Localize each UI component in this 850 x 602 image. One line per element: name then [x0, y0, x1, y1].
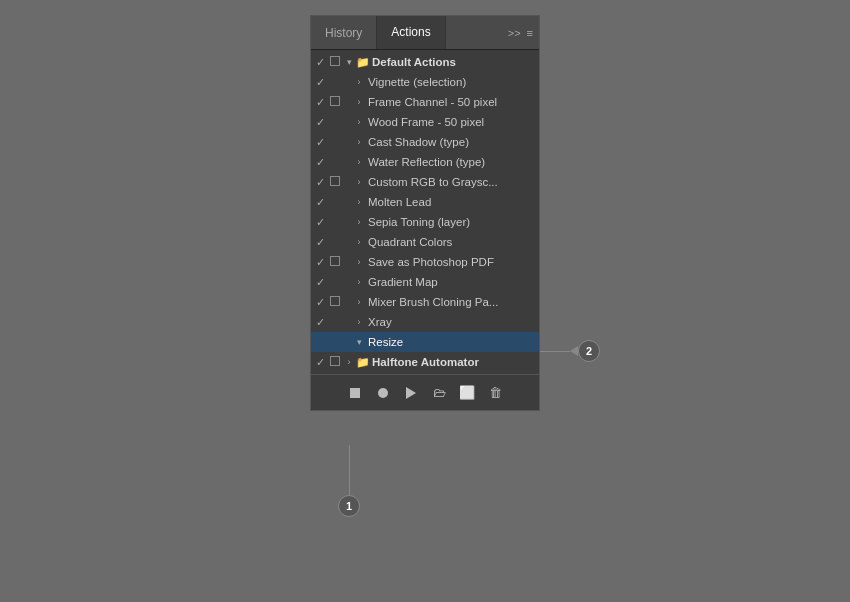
- annotation-2-group: 2: [540, 340, 600, 362]
- action-dialog: [328, 335, 342, 349]
- arrow-line: [540, 351, 570, 352]
- action-expand[interactable]: ▾: [342, 57, 356, 67]
- history-tab-label: History: [325, 26, 362, 40]
- record-button[interactable]: [374, 384, 392, 402]
- action-row[interactable]: ✓›Cast Shadow (type): [311, 132, 539, 152]
- delete-icon: 🗑: [489, 385, 502, 400]
- delete-button[interactable]: 🗑: [486, 384, 504, 402]
- action-expand[interactable]: ›: [352, 317, 366, 327]
- action-expand[interactable]: ›: [352, 77, 366, 87]
- action-row[interactable]: ✓▾📁Default Actions: [311, 52, 539, 72]
- annotation-2-arrow: [540, 346, 578, 356]
- action-row[interactable]: ✓›Vignette (selection): [311, 72, 539, 92]
- annotation-1-line: [349, 445, 350, 495]
- action-check: ✓: [313, 96, 327, 109]
- action-name: Gradient Map: [366, 276, 537, 288]
- action-dialog: [328, 355, 342, 369]
- action-row[interactable]: ✓›Sepia Toning (layer): [311, 212, 539, 232]
- action-dialog: [328, 135, 342, 149]
- actions-toolbar: 🗁 ⬜ 🗑: [311, 374, 539, 410]
- action-check: ✓: [313, 216, 327, 229]
- action-expand[interactable]: ›: [352, 297, 366, 307]
- action-row[interactable]: ✓›Mixer Brush Cloning Pa...: [311, 292, 539, 312]
- action-name: Wood Frame - 50 pixel: [366, 116, 537, 128]
- action-name: Halftone Automator: [370, 356, 537, 368]
- action-check: ✓: [313, 296, 327, 309]
- annotation-1-label: 1: [346, 500, 352, 512]
- action-expand[interactable]: ›: [352, 177, 366, 187]
- action-row[interactable]: ✓›Molten Lead: [311, 192, 539, 212]
- action-expand[interactable]: ›: [352, 197, 366, 207]
- action-row[interactable]: ✓›Water Reflection (type): [311, 152, 539, 172]
- stop-icon: [350, 388, 360, 398]
- action-dialog: [328, 195, 342, 209]
- arrow-head: [570, 346, 578, 356]
- action-dialog: [328, 175, 342, 189]
- action-check: ✓: [313, 76, 327, 89]
- tab-actions[interactable]: Actions: [377, 16, 445, 49]
- action-expand[interactable]: ›: [342, 357, 356, 367]
- action-dialog: [328, 115, 342, 129]
- record-icon: [378, 388, 388, 398]
- tab-icon-group: >> ≡: [502, 27, 539, 39]
- action-name: Quadrant Colors: [366, 236, 537, 248]
- tab-history[interactable]: History: [311, 16, 377, 49]
- action-name: Save as Photoshop PDF: [366, 256, 537, 268]
- action-check: ✓: [313, 56, 327, 69]
- action-check: ✓: [313, 116, 327, 129]
- action-list: ✓▾📁Default Actions✓›Vignette (selection)…: [311, 50, 539, 374]
- action-row[interactable]: ✓›Wood Frame - 50 pixel: [311, 112, 539, 132]
- action-check: ✓: [313, 236, 327, 249]
- annotation-2-circle: 2: [578, 340, 600, 362]
- action-dialog: [328, 315, 342, 329]
- action-name: Mixer Brush Cloning Pa...: [366, 296, 537, 308]
- action-name: Resize: [366, 336, 537, 348]
- action-row[interactable]: ✓›Quadrant Colors: [311, 232, 539, 252]
- action-dialog: [328, 255, 342, 269]
- action-expand[interactable]: ›: [352, 277, 366, 287]
- actions-panel: History Actions >> ≡ ✓▾📁Default Actions✓…: [310, 15, 540, 411]
- action-row[interactable]: ✓›Frame Channel - 50 pixel: [311, 92, 539, 112]
- action-expand[interactable]: ›: [352, 97, 366, 107]
- action-dialog: [328, 55, 342, 69]
- action-name: Vignette (selection): [366, 76, 537, 88]
- action-name: Frame Channel - 50 pixel: [366, 96, 537, 108]
- menu-icon[interactable]: ≡: [527, 27, 533, 39]
- action-expand[interactable]: ›: [352, 157, 366, 167]
- action-row[interactable]: ✓›Save as Photoshop PDF: [311, 252, 539, 272]
- action-name: Custom RGB to Graysc...: [366, 176, 537, 188]
- action-row[interactable]: ✓›📁Halftone Automator: [311, 352, 539, 372]
- action-check: ✓: [313, 276, 327, 289]
- action-row[interactable]: ✓›Custom RGB to Graysc...: [311, 172, 539, 192]
- action-name: Sepia Toning (layer): [366, 216, 537, 228]
- new-set-button[interactable]: 🗁: [430, 384, 448, 402]
- action-row[interactable]: ▾Resize: [311, 332, 539, 352]
- action-expand[interactable]: ›: [352, 137, 366, 147]
- action-dialog: [328, 235, 342, 249]
- play-button[interactable]: [402, 384, 420, 402]
- action-name: Molten Lead: [366, 196, 537, 208]
- action-dialog: [328, 275, 342, 289]
- action-check: ✓: [313, 136, 327, 149]
- action-expand[interactable]: ›: [352, 117, 366, 127]
- action-check: ✓: [313, 176, 327, 189]
- action-row[interactable]: ✓›Gradient Map: [311, 272, 539, 292]
- action-check: ✓: [313, 316, 327, 329]
- actions-tab-label: Actions: [391, 25, 430, 39]
- stop-button[interactable]: [346, 384, 364, 402]
- action-dialog: [328, 155, 342, 169]
- action-check: ✓: [313, 356, 327, 369]
- action-expand[interactable]: ›: [352, 257, 366, 267]
- action-expand[interactable]: ›: [352, 217, 366, 227]
- action-expand[interactable]: ▾: [352, 337, 366, 347]
- expand-icon[interactable]: >>: [508, 27, 521, 39]
- action-check: ✓: [313, 196, 327, 209]
- action-dialog: [328, 295, 342, 309]
- action-row[interactable]: ✓›Xray: [311, 312, 539, 332]
- action-expand[interactable]: ›: [352, 237, 366, 247]
- play-icon: [406, 387, 416, 399]
- new-action-button[interactable]: ⬜: [458, 384, 476, 402]
- tab-bar: History Actions >> ≡: [311, 16, 539, 50]
- action-check: ✓: [313, 256, 327, 269]
- action-check: ✓: [313, 156, 327, 169]
